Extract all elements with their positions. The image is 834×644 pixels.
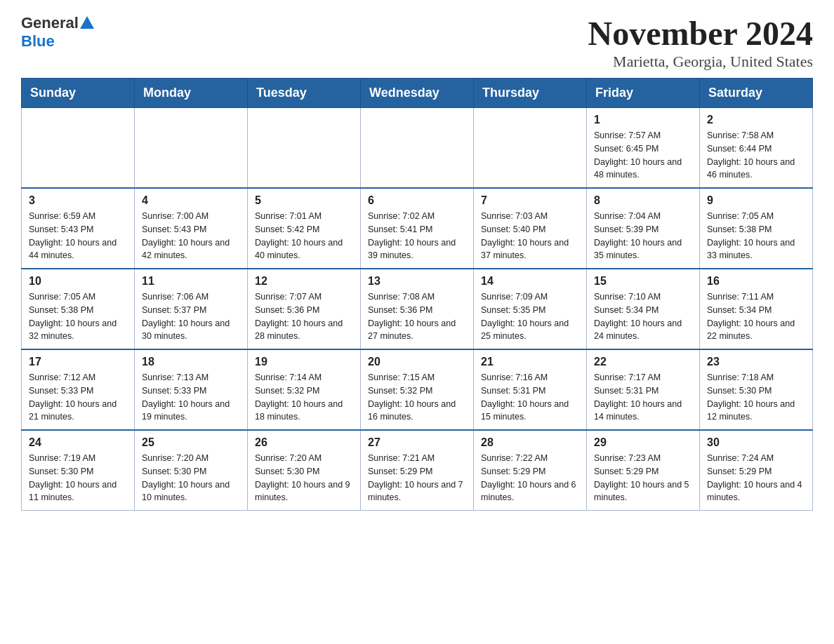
day-info: Sunrise: 7:01 AMSunset: 5:42 PMDaylight:… xyxy=(255,210,353,262)
table-row: 8Sunrise: 7:04 AMSunset: 5:39 PMDaylight… xyxy=(587,188,700,269)
day-number: 24 xyxy=(29,436,127,449)
day-number: 17 xyxy=(29,356,127,368)
day-number: 14 xyxy=(481,275,579,288)
header-wednesday: Wednesday xyxy=(361,79,474,108)
day-number: 18 xyxy=(142,356,240,368)
logo: General Blue xyxy=(21,14,94,51)
day-info: Sunrise: 7:04 AMSunset: 5:39 PMDaylight:… xyxy=(594,210,692,262)
day-info: Sunrise: 7:20 AMSunset: 5:30 PMDaylight:… xyxy=(142,452,240,504)
day-number: 7 xyxy=(481,194,579,207)
day-info: Sunrise: 7:16 AMSunset: 5:31 PMDaylight:… xyxy=(481,371,579,424)
day-number: 30 xyxy=(707,436,805,449)
day-number: 4 xyxy=(142,194,240,207)
logo-triangle-icon xyxy=(80,16,94,29)
day-info: Sunrise: 7:05 AMSunset: 5:38 PMDaylight:… xyxy=(29,290,127,343)
day-number: 3 xyxy=(29,194,127,207)
day-info: Sunrise: 7:24 AMSunset: 5:29 PMDaylight:… xyxy=(707,452,805,504)
day-info: Sunrise: 7:08 AMSunset: 5:36 PMDaylight:… xyxy=(368,290,466,343)
day-info: Sunrise: 7:11 AMSunset: 5:34 PMDaylight:… xyxy=(707,290,805,343)
calendar-table: Sunday Monday Tuesday Wednesday Thursday… xyxy=(21,78,813,511)
header-tuesday: Tuesday xyxy=(248,79,361,108)
page-header: General Blue November 2024 Marietta, Geo… xyxy=(21,14,813,71)
calendar-week-row: 10Sunrise: 7:05 AMSunset: 5:38 PMDayligh… xyxy=(22,269,813,349)
day-number: 26 xyxy=(255,436,353,449)
day-number: 11 xyxy=(142,275,240,288)
calendar-week-row: 1Sunrise: 7:57 AMSunset: 6:45 PMDaylight… xyxy=(22,108,813,189)
day-info: Sunrise: 7:09 AMSunset: 5:35 PMDaylight:… xyxy=(481,290,579,343)
header-monday: Monday xyxy=(135,79,248,108)
calendar-week-row: 24Sunrise: 7:19 AMSunset: 5:30 PMDayligh… xyxy=(22,430,813,511)
day-info: Sunrise: 7:14 AMSunset: 5:32 PMDaylight:… xyxy=(255,371,353,424)
header-saturday: Saturday xyxy=(700,79,813,108)
table-row: 29Sunrise: 7:23 AMSunset: 5:29 PMDayligh… xyxy=(587,430,700,511)
table-row: 27Sunrise: 7:21 AMSunset: 5:29 PMDayligh… xyxy=(361,430,474,511)
table-row: 14Sunrise: 7:09 AMSunset: 5:35 PMDayligh… xyxy=(474,269,587,349)
day-number: 1 xyxy=(594,114,692,126)
day-info: Sunrise: 7:17 AMSunset: 5:31 PMDaylight:… xyxy=(594,371,692,424)
table-row: 19Sunrise: 7:14 AMSunset: 5:32 PMDayligh… xyxy=(248,349,361,430)
table-row: 4Sunrise: 7:00 AMSunset: 5:43 PMDaylight… xyxy=(135,188,248,269)
table-row: 20Sunrise: 7:15 AMSunset: 5:32 PMDayligh… xyxy=(361,349,474,430)
table-row: 23Sunrise: 7:18 AMSunset: 5:30 PMDayligh… xyxy=(700,349,813,430)
table-row: 15Sunrise: 7:10 AMSunset: 5:34 PMDayligh… xyxy=(587,269,700,349)
table-row: 22Sunrise: 7:17 AMSunset: 5:31 PMDayligh… xyxy=(587,349,700,430)
svg-marker-0 xyxy=(80,16,94,29)
day-info: Sunrise: 7:03 AMSunset: 5:40 PMDaylight:… xyxy=(481,210,579,262)
day-info: Sunrise: 7:20 AMSunset: 5:30 PMDaylight:… xyxy=(255,452,353,504)
day-number: 22 xyxy=(594,356,692,368)
calendar-week-row: 3Sunrise: 6:59 AMSunset: 5:43 PMDaylight… xyxy=(22,188,813,269)
day-info: Sunrise: 7:00 AMSunset: 5:43 PMDaylight:… xyxy=(142,210,240,262)
calendar-header-row: Sunday Monday Tuesday Wednesday Thursday… xyxy=(22,79,813,108)
table-row xyxy=(22,108,135,189)
day-number: 5 xyxy=(255,194,353,207)
day-info: Sunrise: 7:13 AMSunset: 5:33 PMDaylight:… xyxy=(142,371,240,424)
table-row: 26Sunrise: 7:20 AMSunset: 5:30 PMDayligh… xyxy=(248,430,361,511)
day-number: 9 xyxy=(707,194,805,207)
table-row: 3Sunrise: 6:59 AMSunset: 5:43 PMDaylight… xyxy=(22,188,135,269)
table-row: 17Sunrise: 7:12 AMSunset: 5:33 PMDayligh… xyxy=(22,349,135,430)
day-info: Sunrise: 7:02 AMSunset: 5:41 PMDaylight:… xyxy=(368,210,466,262)
table-row xyxy=(361,108,474,189)
day-number: 28 xyxy=(481,436,579,449)
day-info: Sunrise: 7:07 AMSunset: 5:36 PMDaylight:… xyxy=(255,290,353,343)
day-number: 2 xyxy=(707,114,805,126)
day-info: Sunrise: 7:18 AMSunset: 5:30 PMDaylight:… xyxy=(707,371,805,424)
day-number: 19 xyxy=(255,356,353,368)
table-row: 16Sunrise: 7:11 AMSunset: 5:34 PMDayligh… xyxy=(700,269,813,349)
day-info: Sunrise: 7:57 AMSunset: 6:45 PMDaylight:… xyxy=(594,129,692,182)
day-info: Sunrise: 7:22 AMSunset: 5:29 PMDaylight:… xyxy=(481,452,579,504)
day-info: Sunrise: 7:58 AMSunset: 6:44 PMDaylight:… xyxy=(707,129,805,182)
header-thursday: Thursday xyxy=(474,79,587,108)
day-number: 15 xyxy=(594,275,692,288)
table-row xyxy=(474,108,587,189)
table-row: 28Sunrise: 7:22 AMSunset: 5:29 PMDayligh… xyxy=(474,430,587,511)
day-number: 10 xyxy=(29,275,127,288)
table-row: 7Sunrise: 7:03 AMSunset: 5:40 PMDaylight… xyxy=(474,188,587,269)
table-row xyxy=(248,108,361,189)
day-info: Sunrise: 7:21 AMSunset: 5:29 PMDaylight:… xyxy=(368,452,466,504)
calendar-week-row: 17Sunrise: 7:12 AMSunset: 5:33 PMDayligh… xyxy=(22,349,813,430)
table-row: 30Sunrise: 7:24 AMSunset: 5:29 PMDayligh… xyxy=(700,430,813,511)
table-row: 5Sunrise: 7:01 AMSunset: 5:42 PMDaylight… xyxy=(248,188,361,269)
table-row: 9Sunrise: 7:05 AMSunset: 5:38 PMDaylight… xyxy=(700,188,813,269)
day-info: Sunrise: 7:12 AMSunset: 5:33 PMDaylight:… xyxy=(29,371,127,424)
calendar-title-area: November 2024 Marietta, Georgia, United … xyxy=(588,14,813,71)
day-number: 20 xyxy=(368,356,466,368)
table-row: 18Sunrise: 7:13 AMSunset: 5:33 PMDayligh… xyxy=(135,349,248,430)
day-info: Sunrise: 7:05 AMSunset: 5:38 PMDaylight:… xyxy=(707,210,805,262)
day-number: 6 xyxy=(368,194,466,207)
day-number: 21 xyxy=(481,356,579,368)
day-number: 25 xyxy=(142,436,240,449)
calendar-subtitle: Marietta, Georgia, United States xyxy=(588,53,813,71)
day-info: Sunrise: 7:23 AMSunset: 5:29 PMDaylight:… xyxy=(594,452,692,504)
day-number: 13 xyxy=(368,275,466,288)
day-number: 27 xyxy=(368,436,466,449)
table-row: 10Sunrise: 7:05 AMSunset: 5:38 PMDayligh… xyxy=(22,269,135,349)
table-row: 21Sunrise: 7:16 AMSunset: 5:31 PMDayligh… xyxy=(474,349,587,430)
day-number: 12 xyxy=(255,275,353,288)
table-row: 1Sunrise: 7:57 AMSunset: 6:45 PMDaylight… xyxy=(587,108,700,189)
table-row: 12Sunrise: 7:07 AMSunset: 5:36 PMDayligh… xyxy=(248,269,361,349)
logo-general-text: General xyxy=(21,14,79,32)
day-number: 23 xyxy=(707,356,805,368)
day-number: 16 xyxy=(707,275,805,288)
